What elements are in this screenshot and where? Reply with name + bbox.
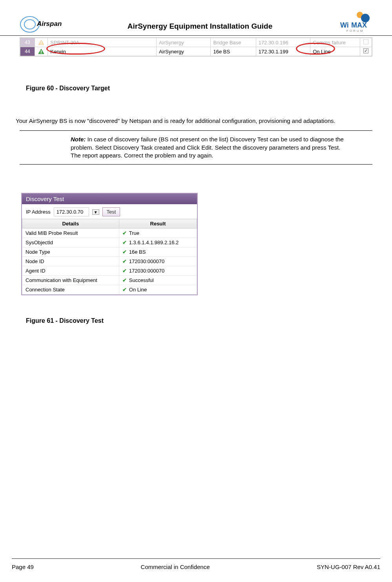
svg-text:MAX: MAX xyxy=(351,21,367,29)
table-row: 44 Kerwin AirSynergy 16e BS 172.30.1.199… xyxy=(20,47,372,56)
discovery-test-table: Details Result Valid MIB Probe Result✔Tr… xyxy=(22,219,197,295)
check-icon: ✔ xyxy=(122,268,127,274)
check-icon: ✔ xyxy=(122,249,127,255)
body-paragraph: Your AirSynergy BS is now "discovered" b… xyxy=(16,117,376,125)
check-icon: ✔ xyxy=(122,240,127,245)
svg-rect-10 xyxy=(41,44,42,44)
note-label: Note: xyxy=(71,136,86,143)
wimax-logo: Wi MAX FORUM xyxy=(338,9,373,33)
footer-page: Page 49 xyxy=(12,564,34,570)
svg-rect-13 xyxy=(41,53,42,53)
table-row: Node Type✔16e BS xyxy=(22,247,197,257)
dropdown-button[interactable]: ▼ xyxy=(92,209,99,215)
footer-docrev: SYN-UG-007 Rev A0.41 xyxy=(317,564,380,570)
airspan-logo: Airspan xyxy=(19,9,62,33)
checkbox xyxy=(360,38,372,47)
dialog-title: Discovery Test xyxy=(22,194,197,204)
svg-rect-12 xyxy=(41,50,42,52)
check-icon: ✔ xyxy=(122,230,127,236)
check-icon: ✔ xyxy=(122,277,127,283)
svg-text:Wi: Wi xyxy=(340,21,349,29)
test-button[interactable]: Test xyxy=(102,207,120,216)
svg-text:FORUM: FORUM xyxy=(346,29,364,33)
footer-confidential: Commercial in Confidence xyxy=(141,564,210,570)
warning-icon xyxy=(35,38,47,47)
ip-address-label: IP Address xyxy=(26,209,51,215)
discovery-table: 43 SPRINT 20A AirSynergy Bridge Base 172… xyxy=(20,38,372,56)
note-block: Note: In case of discovery failure (BS n… xyxy=(20,130,372,165)
svg-point-1 xyxy=(24,20,35,29)
col-result: Result xyxy=(119,219,197,229)
table-row: Valid MIB Probe Result✔True xyxy=(22,229,197,238)
check-icon: ✔ xyxy=(122,258,127,264)
page-header: Airspan AirSynergy Equipment Installatio… xyxy=(0,0,392,36)
ip-address-input[interactable]: 172.30.0.70 xyxy=(54,207,89,216)
svg-rect-9 xyxy=(41,41,42,43)
checkbox xyxy=(360,47,372,56)
page-footer: Page 49 Commercial in Confidence SYN-UG-… xyxy=(12,558,380,570)
note-text: In case of discovery failure (BS not pre… xyxy=(71,136,344,159)
col-details: Details xyxy=(22,219,119,229)
table-row: 43 SPRINT 20A AirSynergy Bridge Base 172… xyxy=(20,38,372,47)
table-row: Agent ID✔172030:000070 xyxy=(22,266,197,276)
check-icon: ✔ xyxy=(122,287,127,293)
svg-point-0 xyxy=(20,16,39,32)
table-row: Connection State✔On Line xyxy=(22,285,197,295)
warning-icon xyxy=(35,47,47,56)
table-row: Node ID✔172030:000070 xyxy=(22,257,197,266)
figure-caption: Figure 61 - Discovery Test xyxy=(26,317,380,324)
svg-text:Airspan: Airspan xyxy=(36,20,62,27)
table-row: Communication with Equipment✔Successful xyxy=(22,276,197,285)
table-row: SysObjectId✔1.3.6.1.4.1.989.2.16.2 xyxy=(22,238,197,247)
figure-caption: Figure 60 - Discovery Target xyxy=(26,85,380,92)
discovery-test-dialog: Discovery Test IP Address 172.30.0.70 ▼ … xyxy=(21,193,198,295)
doc-title: AirSynergy Equipment Installation Guide xyxy=(62,22,338,33)
discovery-target-screenshot: 43 SPRINT 20A AirSynergy Bridge Base 172… xyxy=(12,37,380,57)
